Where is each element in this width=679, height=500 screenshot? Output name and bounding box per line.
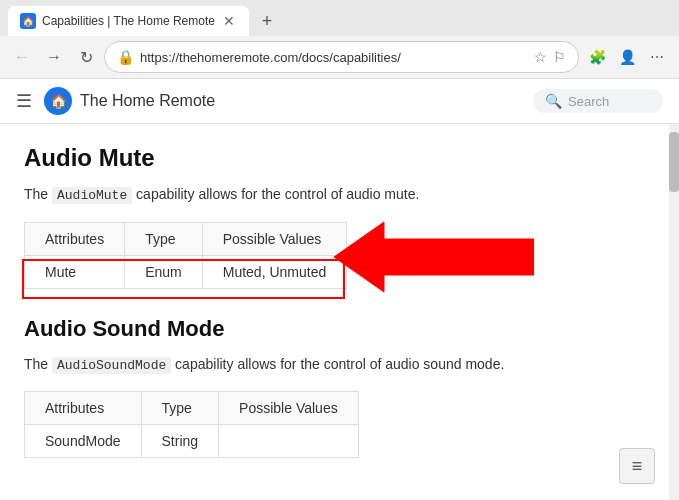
search-placeholder: Search [568, 94, 609, 109]
col-possible-values-1: Possible Values [202, 222, 347, 255]
audio-sound-mode-intro: The AudioSoundMode capability allows for… [24, 354, 655, 376]
tab-favicon: 🏠 [20, 13, 36, 29]
navigation-bar: ← → ↻ 🔒 https://thehomeremote.com/docs/c… [0, 36, 679, 78]
browser-tab[interactable]: 🏠 Capabilities | The Home Remote ✕ [8, 6, 249, 36]
cell-soundmode-values [219, 425, 359, 458]
site-name: The Home Remote [80, 92, 215, 110]
col-type-1: Type [125, 222, 203, 255]
hamburger-menu-button[interactable]: ☰ [16, 90, 32, 112]
intro-prefix-2: The [24, 356, 52, 372]
search-box[interactable]: 🔍 Search [533, 89, 663, 113]
cell-soundmode-type: String [141, 425, 219, 458]
scrollbar-thumb[interactable] [669, 132, 679, 192]
cell-mute-values: Muted, Unmuted [202, 255, 347, 288]
float-menu-button[interactable]: ≡ [619, 448, 655, 484]
forward-button[interactable]: → [40, 43, 68, 71]
search-icon: 🔍 [545, 93, 562, 109]
tab-title: Capabilities | The Home Remote [42, 14, 215, 28]
col-attributes-2: Attributes [25, 392, 142, 425]
audio-mute-table-wrapper: Attributes Type Possible Values Mute Enu… [24, 222, 347, 289]
refresh-button[interactable]: ↻ [72, 43, 100, 71]
back-button[interactable]: ← [8, 43, 36, 71]
extensions-button[interactable]: 🧩 [583, 43, 611, 71]
audio-sound-mode-table: Attributes Type Possible Values SoundMod… [24, 391, 359, 458]
svg-marker-0 [334, 222, 534, 292]
site-logo: 🏠 The Home Remote [44, 87, 215, 115]
address-icons: ☆ ⚐ [534, 49, 566, 65]
audio-mute-heading: Audio Mute [24, 144, 655, 172]
collections-icon[interactable]: ⚐ [553, 49, 566, 65]
audio-mute-table: Attributes Type Possible Values Mute Enu… [24, 222, 347, 289]
col-type-2: Type [141, 392, 219, 425]
new-tab-button[interactable]: + [253, 7, 281, 35]
table-row: Mute Enum Muted, Unmuted [25, 255, 347, 288]
scrollbar[interactable] [669, 124, 679, 500]
lock-icon: 🔒 [117, 49, 134, 65]
table-row: SoundMode String [25, 425, 359, 458]
capability-code-1: AudioMute [52, 187, 132, 204]
tab-close-button[interactable]: ✕ [221, 13, 237, 29]
audio-sound-mode-heading: Audio Sound Mode [24, 316, 655, 342]
arrow-annotation [334, 217, 534, 297]
audio-sound-mode-table-wrapper: Attributes Type Possible Values SoundMod… [24, 391, 359, 458]
settings-button[interactable]: ⋯ [643, 43, 671, 71]
audio-mute-intro: The AudioMute capability allows for the … [24, 184, 655, 206]
extra-nav-icons: 🧩 👤 ⋯ [583, 43, 671, 71]
cell-mute-type: Enum [125, 255, 203, 288]
star-icon[interactable]: ☆ [534, 49, 547, 65]
site-header: ☰ 🏠 The Home Remote 🔍 Search [0, 79, 679, 124]
intro-suffix-2: capability allows for the control of aud… [171, 356, 504, 372]
logo-icon: 🏠 [44, 87, 72, 115]
intro-prefix-1: The [24, 186, 52, 202]
address-bar[interactable]: 🔒 https://thehomeremote.com/docs/capabil… [104, 41, 579, 73]
col-possible-values-2: Possible Values [219, 392, 359, 425]
url-text: https://thehomeremote.com/docs/capabilit… [140, 50, 528, 65]
capability-code-2: AudioSoundMode [52, 357, 171, 374]
profile-button[interactable]: 👤 [613, 43, 641, 71]
intro-suffix-1: capability allows for the control of aud… [132, 186, 419, 202]
content-area: Audio Mute The AudioMute capability allo… [0, 124, 679, 500]
cell-soundmode-attr: SoundMode [25, 425, 142, 458]
col-attributes-1: Attributes [25, 222, 125, 255]
float-menu-icon: ≡ [632, 457, 643, 475]
cell-mute-attr: Mute [25, 255, 125, 288]
tab-bar: 🏠 Capabilities | The Home Remote ✕ + [0, 0, 679, 36]
